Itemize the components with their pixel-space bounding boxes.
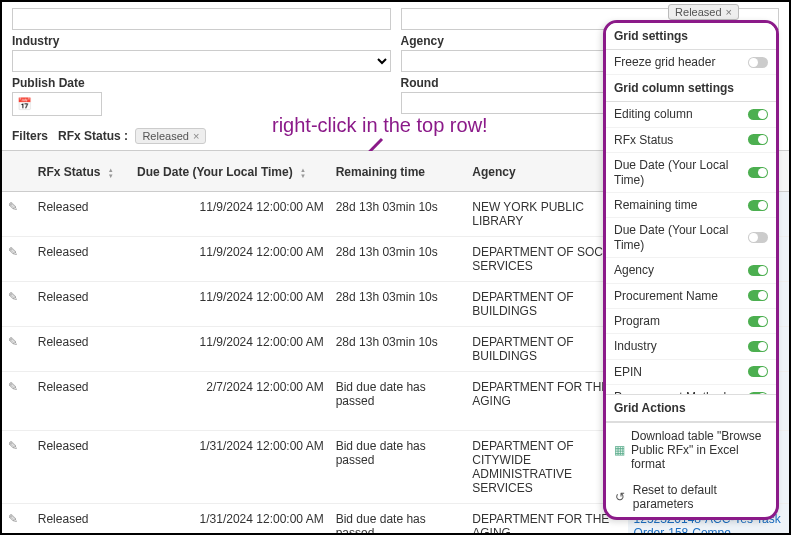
- col-edit-header[interactable]: [2, 151, 32, 192]
- cell-remaining: Bid due date has passed: [330, 504, 467, 536]
- chip-remove-icon[interactable]: ×: [193, 130, 199, 142]
- cell-remaining: 28d 13h 03min 10s: [330, 327, 467, 372]
- col-due-header[interactable]: Due Date (Your Local Time) ▲▼: [131, 151, 330, 192]
- cell-status: Released: [32, 504, 131, 536]
- column-toggle-label: Due Date (Your Local Time): [614, 223, 748, 252]
- filters-lead: Filters: [12, 129, 48, 143]
- download-excel-action[interactable]: ▦ Download table "Browse Public RFx" in …: [606, 423, 776, 477]
- column-toggle-label: Due Date (Your Local Time): [614, 158, 748, 187]
- column-settings-list[interactable]: Editing columnRFx StatusDue Date (Your L…: [606, 102, 776, 394]
- filter-field-name: RFx Status :: [58, 129, 128, 143]
- filter-chip-released[interactable]: Released ×: [135, 128, 206, 144]
- column-toggle[interactable]: [748, 265, 768, 276]
- reset-label: Reset to default parameters: [633, 483, 768, 511]
- cell-remaining: 28d 13h 03min 10s: [330, 282, 467, 327]
- column-toggle[interactable]: [748, 392, 768, 394]
- column-toggle[interactable]: [748, 316, 768, 327]
- download-label: Download table "Browse Public RFx" in Ex…: [631, 429, 768, 471]
- column-toggle-label: Agency: [614, 263, 748, 277]
- column-toggle-label: RFx Status: [614, 133, 748, 147]
- column-toggle-label: Editing column: [614, 107, 748, 121]
- edit-icon[interactable]: ✎: [8, 290, 18, 304]
- grid-column-settings-header: Grid column settings: [606, 75, 776, 102]
- grid-actions-header: Grid Actions: [606, 394, 776, 422]
- edit-icon[interactable]: ✎: [8, 380, 18, 394]
- cell-due: 11/9/2024 12:00:00 AM: [131, 192, 330, 237]
- grid-actions: ▦ Download table "Browse Public RFx" in …: [606, 422, 776, 517]
- chip-remove-icon[interactable]: ×: [726, 6, 732, 18]
- cell-remaining: Bid due date has passed: [330, 431, 467, 504]
- column-toggle-label: EPIN: [614, 365, 748, 379]
- column-toggle-row[interactable]: Due Date (Your Local Time): [606, 218, 776, 258]
- grid-settings-panel: Grid settings Freeze grid header Grid co…: [603, 20, 779, 520]
- industry-label: Industry: [12, 34, 391, 48]
- column-toggle-label: Procurement Name: [614, 289, 748, 303]
- cell-due: 11/9/2024 12:00:00 AM: [131, 327, 330, 372]
- col-remaining-header[interactable]: Remaining time: [330, 151, 467, 192]
- filter-chip-label: Released: [142, 130, 188, 142]
- edit-icon[interactable]: ✎: [8, 512, 18, 526]
- publish-date-input[interactable]: 📅: [12, 92, 102, 116]
- col-status-header[interactable]: RFx Status ▲▼: [32, 151, 131, 192]
- cell-remaining: 28d 13h 03min 10s: [330, 192, 467, 237]
- cell-due: 2/7/2024 12:00:00 AM: [131, 372, 330, 431]
- freeze-header-row[interactable]: Freeze grid header: [606, 50, 776, 75]
- rfx-status-chip-top[interactable]: Released ×: [668, 4, 739, 20]
- col-remaining-label: Remaining time: [336, 165, 425, 179]
- column-toggle-row[interactable]: Industry: [606, 334, 776, 359]
- cell-remaining: 28d 13h 03min 10s: [330, 237, 467, 282]
- column-toggle-row[interactable]: EPIN: [606, 360, 776, 385]
- column-toggle-label: Remaining time: [614, 198, 748, 212]
- edit-icon[interactable]: ✎: [8, 439, 18, 453]
- column-toggle-row[interactable]: Editing column: [606, 102, 776, 127]
- col-status-label: RFx Status: [38, 165, 101, 179]
- industry-select[interactable]: [12, 50, 391, 72]
- sort-icon[interactable]: ▲▼: [300, 167, 306, 179]
- column-toggle[interactable]: [748, 109, 768, 120]
- grid-settings-header: Grid settings: [606, 23, 776, 50]
- cell-due: 1/31/2024 12:00:00 AM: [131, 431, 330, 504]
- calendar-icon: 📅: [17, 97, 32, 111]
- column-toggle[interactable]: [748, 290, 768, 301]
- cell-due: 1/31/2024 12:00:00 AM: [131, 504, 330, 536]
- column-toggle-row[interactable]: Remaining time: [606, 193, 776, 218]
- column-toggle-label: Program: [614, 314, 748, 328]
- column-toggle[interactable]: [748, 167, 768, 178]
- column-toggle[interactable]: [748, 200, 768, 211]
- column-toggle[interactable]: [748, 366, 768, 377]
- cell-due: 11/9/2024 12:00:00 AM: [131, 237, 330, 282]
- column-toggle-row[interactable]: Due Date (Your Local Time): [606, 153, 776, 193]
- cell-status: Released: [32, 372, 131, 431]
- cell-status: Released: [32, 192, 131, 237]
- cell-status: Released: [32, 282, 131, 327]
- col-agency-label: Agency: [472, 165, 515, 179]
- publish-date-label: Publish Date: [12, 76, 391, 90]
- filter-input-blank-1[interactable]: [12, 8, 391, 30]
- edit-icon[interactable]: ✎: [8, 200, 18, 214]
- reset-defaults-action[interactable]: ↺ Reset to default parameters: [606, 477, 776, 517]
- freeze-toggle[interactable]: [748, 57, 768, 68]
- column-toggle[interactable]: [748, 232, 768, 243]
- cell-remaining: Bid due date has passed: [330, 372, 467, 431]
- edit-icon[interactable]: ✎: [8, 245, 18, 259]
- column-toggle[interactable]: [748, 341, 768, 352]
- column-toggle-row[interactable]: Procurement Method: [606, 385, 776, 394]
- cell-status: Released: [32, 327, 131, 372]
- edit-icon[interactable]: ✎: [8, 335, 18, 349]
- chip-label: Released: [675, 6, 721, 18]
- column-toggle-row[interactable]: Agency: [606, 258, 776, 283]
- column-toggle-label: Industry: [614, 339, 748, 353]
- cell-status: Released: [32, 431, 131, 504]
- reset-icon: ↺: [614, 490, 627, 504]
- col-due-label: Due Date (Your Local Time): [137, 165, 293, 179]
- column-toggle-row[interactable]: RFx Status: [606, 128, 776, 153]
- excel-icon: ▦: [614, 443, 625, 457]
- cell-due: 11/9/2024 12:00:00 AM: [131, 282, 330, 327]
- sort-icon[interactable]: ▲▼: [108, 167, 114, 179]
- column-toggle-row[interactable]: Procurement Name: [606, 284, 776, 309]
- freeze-header-label: Freeze grid header: [614, 55, 748, 69]
- column-toggle[interactable]: [748, 134, 768, 145]
- column-toggle-row[interactable]: Program: [606, 309, 776, 334]
- cell-status: Released: [32, 237, 131, 282]
